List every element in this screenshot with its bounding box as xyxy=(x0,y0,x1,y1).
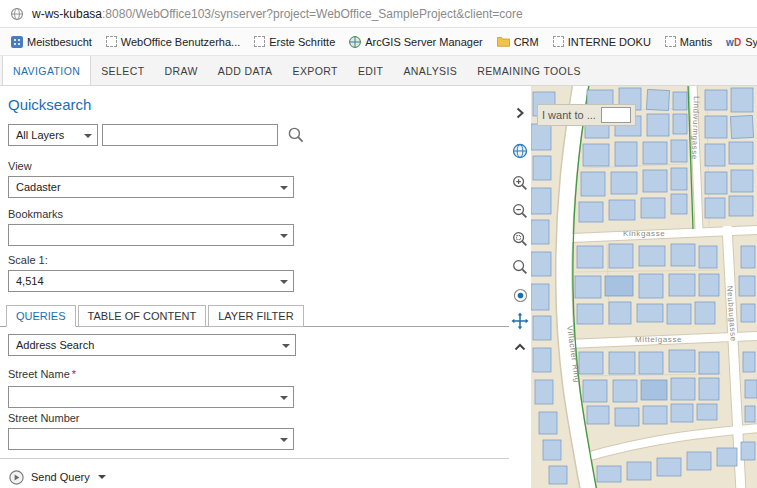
chevron-up-icon xyxy=(511,338,529,356)
street-label: Mittelgasse xyxy=(635,335,682,344)
view-select[interactable]: Cadaster xyxy=(8,176,294,198)
zoom-in-button[interactable] xyxy=(511,174,529,192)
zoom-out-icon xyxy=(511,202,529,220)
tab-layer-filter[interactable]: LAYER FILTER xyxy=(208,305,303,327)
continuous-zoom-button[interactable] xyxy=(511,258,529,276)
favicon-placeholder-icon xyxy=(553,36,564,47)
folder-icon xyxy=(497,36,510,47)
svg-text:D: D xyxy=(734,37,741,48)
panel-divider xyxy=(0,458,509,459)
weboffice-logo-icon: w D xyxy=(726,36,741,48)
bookmark-crm[interactable]: CRM xyxy=(490,28,546,55)
tab-remaining-tools[interactable]: REMAINING TOOLS xyxy=(467,56,591,85)
map-toolbar xyxy=(509,86,531,488)
svg-text:w: w xyxy=(726,37,734,48)
bookmark-erste-schritte[interactable]: Erste Schritte xyxy=(247,28,342,55)
zoom-out-button[interactable] xyxy=(511,202,529,220)
tab-analysis[interactable]: ANALYSIS xyxy=(393,56,467,85)
chevron-down-icon xyxy=(280,438,288,442)
favicon-placeholder-icon xyxy=(106,36,117,47)
panel-tabs: QUERIES TABLE OF CONTENT LAYER FILTER xyxy=(0,304,509,327)
bookmark-interne-doku[interactable]: INTERNE DOKU xyxy=(546,28,658,55)
quicksearch-layer-select[interactable]: All Layers xyxy=(8,124,98,146)
tab-add-data[interactable]: ADD DATA xyxy=(208,56,283,85)
center-tool-radio[interactable] xyxy=(511,286,529,304)
street-number-select[interactable] xyxy=(8,428,294,450)
chevron-down-icon xyxy=(280,280,288,284)
tab-edit[interactable]: EDIT xyxy=(348,56,394,85)
tab-draw[interactable]: DRAW xyxy=(154,56,207,85)
zoom-in-icon xyxy=(511,174,529,192)
collapse-panel-button[interactable] xyxy=(511,104,529,122)
map-area: Kinkgasse Mittelgasse Neubaugasse Lindwu… xyxy=(531,86,757,488)
url-text: w-ws-kubasa:8080/WebOffice103/synserver?… xyxy=(32,7,523,21)
street-name-select[interactable] xyxy=(8,386,294,408)
tab-select[interactable]: SELECT xyxy=(91,56,154,85)
ribbon-tabs: NAVIGATION SELECT DRAW ADD DATA EXPORT E… xyxy=(0,56,757,86)
chevron-down-icon xyxy=(282,344,290,348)
view-label: View xyxy=(8,160,32,172)
send-query-icon xyxy=(8,469,25,486)
tab-navigation[interactable]: NAVIGATION xyxy=(2,56,91,85)
bookmark-arcgis-server-manager[interactable]: ArcGIS Server Manager xyxy=(342,28,489,55)
url-host: w-ws-kubasa xyxy=(32,7,102,21)
bookmark-weboffice-help[interactable]: WebOffice Benutzerha... xyxy=(99,28,247,55)
street-name-label: Street Name* xyxy=(8,368,76,380)
chevron-right-icon xyxy=(511,104,529,122)
scale-label: Scale 1: xyxy=(8,254,48,266)
pan-arrows-icon xyxy=(511,312,529,330)
zoom-window-icon xyxy=(511,230,529,248)
full-extent-button[interactable] xyxy=(511,142,529,160)
favicon-placeholder-icon xyxy=(665,36,676,47)
bookmarks-bar: Meistbesucht WebOffice Benutzerha... Ers… xyxy=(0,28,757,56)
pan-button[interactable] xyxy=(511,312,529,330)
toolbar-scroll-up-button[interactable] xyxy=(511,338,529,356)
map-canvas[interactable]: Kinkgasse Mittelgasse Neubaugasse Lindwu… xyxy=(531,86,757,488)
bookmark-most-visited[interactable]: Meistbesucht xyxy=(4,28,99,55)
street-label: Kinkgasse xyxy=(623,229,665,238)
quicksearch-title: Quicksearch xyxy=(8,96,91,113)
query-type-select[interactable]: Address Search xyxy=(8,334,296,356)
bookmark-synergis[interactable]: w D Sy xyxy=(719,28,757,55)
chevron-down-icon xyxy=(280,186,288,190)
tab-table-of-content[interactable]: TABLE OF CONTENT xyxy=(78,305,207,327)
globe-icon xyxy=(511,142,529,160)
i-want-to-widget: I want to ... xyxy=(537,104,636,126)
favicon-placeholder-icon xyxy=(254,36,265,47)
globe-icon xyxy=(10,7,24,21)
bookmarks-select[interactable] xyxy=(8,224,294,246)
quicksearch-input[interactable] xyxy=(102,124,278,146)
radio-selected-icon xyxy=(512,287,529,304)
chevron-down-icon[interactable] xyxy=(98,475,106,479)
bookmark-mantis[interactable]: Mantis xyxy=(658,28,719,55)
search-icon xyxy=(287,126,305,144)
i-want-to-label: I want to ... xyxy=(542,109,596,121)
chevron-down-icon xyxy=(280,234,288,238)
tab-queries[interactable]: QUERIES xyxy=(6,305,76,327)
bookmarks-label: Bookmarks xyxy=(8,208,63,220)
tab-export[interactable]: EXPORT xyxy=(282,56,347,85)
browser-url-bar[interactable]: w-ws-kubasa:8080/WebOffice103/synserver?… xyxy=(0,0,757,28)
i-want-to-input[interactable] xyxy=(601,107,631,123)
required-asterisk: * xyxy=(72,368,76,380)
scale-select[interactable]: 4,514 xyxy=(8,270,294,292)
quicksearch-search-button[interactable] xyxy=(286,125,306,145)
url-rest: :8080/WebOffice103/synserver?project=Web… xyxy=(102,7,523,21)
arcgis-globe-icon xyxy=(349,36,361,48)
street-number-label: Street Number xyxy=(8,412,80,424)
sidebar-panel: Quicksearch All Layers View Cadaster Boo… xyxy=(0,86,509,488)
chevron-down-icon xyxy=(280,396,288,400)
zoom-window-button[interactable] xyxy=(511,230,529,248)
chevron-down-icon xyxy=(84,134,92,138)
most-visited-icon xyxy=(11,36,23,48)
magnifier-icon xyxy=(511,258,529,276)
send-query-button[interactable]: Send Query xyxy=(8,465,106,488)
